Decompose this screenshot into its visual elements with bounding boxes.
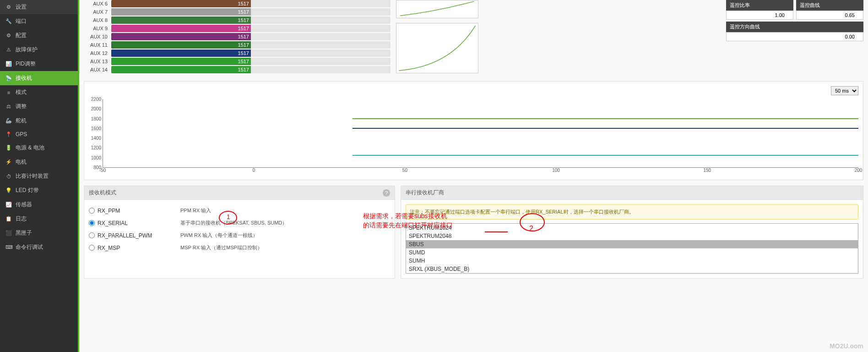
channel-row: AUX 10 1517 bbox=[84, 33, 391, 40]
rx-mode-radio[interactable] bbox=[89, 245, 95, 251]
sidebar-item-log[interactable]: 📋日志 bbox=[0, 212, 78, 226]
rx-mode-row: RX_SERIAL 基于串口的接收机（SPEKSAT, SBUS, SUMD） bbox=[89, 217, 390, 229]
channel-label: AUX 14 bbox=[84, 67, 111, 72]
list-icon: ≡ bbox=[5, 90, 12, 95]
channel-value: 1517 bbox=[238, 66, 249, 73]
sidebar-item-servo[interactable]: 🦾舵机 bbox=[0, 114, 78, 128]
x-tick-label: 150 bbox=[703, 168, 711, 173]
sidebar-item-ports[interactable]: 🔧端口 bbox=[0, 14, 78, 28]
rc-yaw-input[interactable] bbox=[726, 32, 863, 41]
sidebar-item-blackbox[interactable]: ⬛黑匣子 bbox=[0, 226, 78, 240]
log-icon: 📋 bbox=[5, 216, 12, 222]
channel-value: 1517 bbox=[238, 8, 249, 16]
graph-line-green bbox=[353, 118, 859, 119]
sidebar-item-modes[interactable]: ≡模式 bbox=[0, 85, 78, 99]
sidebar-item-pid[interactable]: 📊PID调整 bbox=[0, 57, 78, 71]
channel-value: 1517 bbox=[238, 50, 249, 57]
provider-option[interactable]: SBUS bbox=[406, 240, 858, 248]
provider-option[interactable]: SUMH bbox=[406, 257, 858, 265]
channel-row: AUX 7 1517 bbox=[84, 8, 391, 16]
sidebar-item-receiver[interactable]: 📡接收机 bbox=[0, 71, 78, 85]
rc-curve-header: 遥控曲线 bbox=[796, 0, 863, 11]
rx-provider-header: 串行接收机厂商 bbox=[401, 186, 863, 200]
battery-icon: 🔋 bbox=[5, 145, 12, 151]
gear-icon: ⚙ bbox=[5, 4, 12, 10]
sliders-icon: 📊 bbox=[5, 61, 12, 67]
x-tick-label: 0 bbox=[252, 168, 255, 173]
rx-mode-name: RX_PPM bbox=[98, 208, 120, 214]
rx-mode-desc: MSP RX 输入（通过MSP端口控制） bbox=[180, 244, 390, 251]
channel-label: AUX 8 bbox=[84, 17, 111, 23]
sidebar-item-motor[interactable]: ⚡电机 bbox=[0, 155, 78, 169]
wrench-icon: 🔧 bbox=[5, 18, 12, 24]
terminal-icon: ⌨ bbox=[5, 244, 12, 250]
bulb-icon: 💡 bbox=[5, 187, 12, 193]
channel-value: 1517 bbox=[238, 41, 249, 49]
channel-row: AUX 14 1517 bbox=[84, 66, 391, 73]
channel-label: AUX 6 bbox=[84, 1, 111, 6]
rx-mode-row: RX_PARALLEL_PWM PWM RX 输入（每个通道一根线） bbox=[89, 229, 390, 242]
channel-value: 1517 bbox=[238, 25, 249, 32]
bolt-icon: ⚡ bbox=[5, 159, 12, 165]
graph-line-cyan bbox=[353, 155, 859, 156]
rx-mode-radio[interactable] bbox=[89, 208, 95, 214]
sidebar-item-led[interactable]: 💡LED 灯带 bbox=[0, 183, 78, 198]
channel-label: AUX 11 bbox=[84, 42, 111, 48]
channel-row: AUX 12 1517 bbox=[84, 50, 391, 57]
y-tick-label: 1600 bbox=[91, 126, 101, 131]
curve-box-2 bbox=[396, 23, 478, 73]
rx-mode-row: RX_PPM PPM RX 输入 bbox=[89, 204, 390, 217]
sidebar-item-settings[interactable]: ⚙设置 bbox=[0, 0, 78, 14]
provider-option[interactable]: SPEKTRUM1024 bbox=[406, 224, 858, 232]
channel-bar: 1517 bbox=[111, 58, 391, 65]
rx-provider-panel: 串行接收机厂商 注意：不要忘记通过端口选项卡配置一个串行端口，使用RX_SERI… bbox=[401, 186, 863, 279]
y-tick-label: 2200 bbox=[91, 97, 101, 102]
sidebar-item-cli[interactable]: ⌨命令行调试 bbox=[0, 240, 78, 254]
gear-icon: ⚙ bbox=[5, 33, 12, 38]
x-tick-label: 100 bbox=[552, 168, 560, 173]
sidebar-item-failsafe[interactable]: ⚠故障保护 bbox=[0, 43, 78, 57]
channel-bar: 1517 bbox=[111, 50, 391, 57]
help-icon[interactable]: ? bbox=[383, 189, 390, 197]
graph-panel: 50 ms 2200200018001600140012001000800 -5… bbox=[84, 81, 863, 180]
sidebar: ⚙设置 🔧端口 ⚙配置 ⚠故障保护 📊PID调整 📡接收机 ≡模式 ⚖调整 🦾舵… bbox=[0, 0, 78, 352]
rc-curve-input[interactable] bbox=[796, 11, 863, 20]
channel-value: 1517 bbox=[238, 33, 249, 40]
sidebar-item-adjust[interactable]: ⚖调整 bbox=[0, 99, 78, 114]
sidebar-item-sensors[interactable]: 📈传感器 bbox=[0, 198, 78, 212]
rx-mode-radio[interactable] bbox=[89, 232, 95, 238]
sidebar-item-config[interactable]: ⚙配置 bbox=[0, 28, 78, 43]
rx-mode-panel: 接收机模式 ? RX_PPM PPM RX 输入 RX_SERIAL 基于串口的… bbox=[84, 186, 395, 279]
y-tick-label: 2000 bbox=[91, 106, 101, 111]
graph-refresh-select[interactable]: 50 ms bbox=[831, 86, 858, 95]
provider-select[interactable]: SPEKTRUM1024SPEKTRUM2048SBUSSUMDSUMHSRXL… bbox=[406, 223, 858, 274]
sidebar-item-power[interactable]: 🔋电源 & 电池 bbox=[0, 141, 78, 155]
channel-bar: 1517 bbox=[111, 0, 391, 7]
provider-option[interactable]: SUMD bbox=[406, 248, 858, 257]
rc-rate-input[interactable] bbox=[726, 11, 793, 20]
sidebar-item-gps[interactable]: 📍GPS bbox=[0, 128, 78, 141]
provider-option[interactable]: SPEKTRUM2048 bbox=[406, 232, 858, 240]
rx-mode-name: RX_PARALLEL_PWM bbox=[98, 232, 152, 239]
channel-label: AUX 12 bbox=[84, 50, 111, 56]
channel-bar: 1517 bbox=[111, 25, 391, 32]
channel-label: AUX 10 bbox=[84, 34, 111, 39]
channel-row: AUX 11 1517 bbox=[84, 41, 391, 49]
provider-option[interactable]: XBUS_MODE_B_RJ01 bbox=[406, 273, 858, 274]
pin-icon: 📍 bbox=[5, 132, 12, 138]
channel-row: AUX 9 1517 bbox=[84, 25, 391, 32]
main-content: AUX 6 1517 AUX 7 1517 AUX 8 1517 AUX 9 1… bbox=[79, 0, 868, 352]
sidebar-item-race[interactable]: ⏱比赛计时装置 bbox=[0, 169, 78, 183]
channel-row: AUX 8 1517 bbox=[84, 16, 391, 24]
y-tick-label: 1000 bbox=[91, 155, 101, 160]
provider-option[interactable]: SRXL (XBUS_MODE_B) bbox=[406, 265, 858, 273]
channel-label: AUX 13 bbox=[84, 59, 111, 64]
rx-mode-radio[interactable] bbox=[89, 220, 95, 226]
warning-icon: ⚠ bbox=[5, 47, 12, 53]
channels-panel: AUX 6 1517 AUX 7 1517 AUX 8 1517 AUX 9 1… bbox=[84, 0, 391, 74]
rx-mode-row: RX_MSP MSP RX 输入（通过MSP端口控制） bbox=[89, 242, 390, 254]
channel-bar: 1517 bbox=[111, 66, 391, 73]
channel-value: 1517 bbox=[238, 0, 249, 7]
channel-row: AUX 6 1517 bbox=[84, 0, 391, 7]
chart-icon: 📈 bbox=[5, 202, 12, 208]
